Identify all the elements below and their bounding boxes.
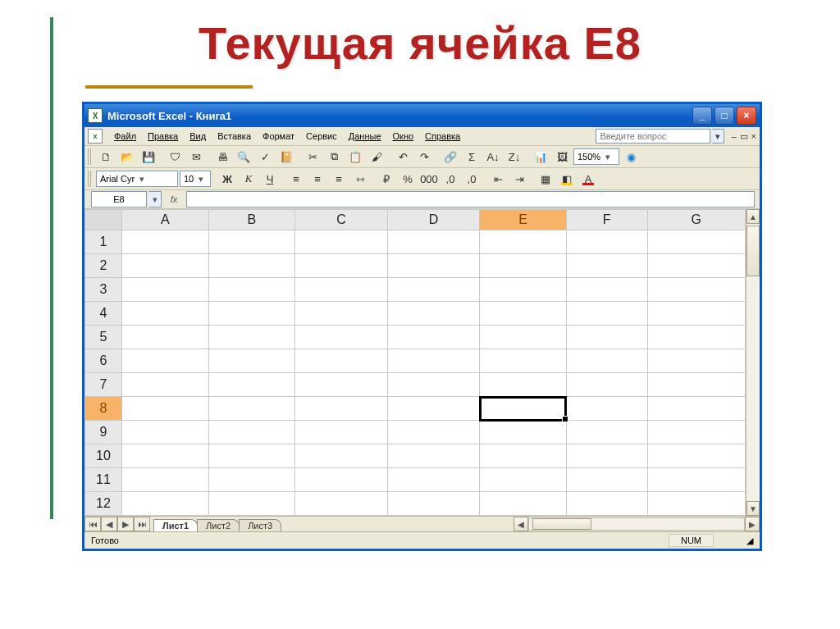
cell[interactable] [566,349,647,373]
cell[interactable] [122,326,209,349]
minimize-button[interactable]: _ [692,107,712,125]
column-header[interactable]: G [647,210,745,230]
scroll-left-icon[interactable]: ◀ [514,517,528,531]
underline-button[interactable]: Ч [260,169,280,189]
cell[interactable] [647,373,745,397]
cut-icon[interactable]: ✂ [303,147,322,166]
cell[interactable] [295,397,388,421]
autosum-icon[interactable]: Σ [462,147,482,166]
help-icon[interactable]: ◉ [621,147,641,166]
toolbar-grip[interactable] [88,148,93,165]
menu-edit[interactable]: Правка [143,130,183,143]
tab-nav-first[interactable]: ⏮ [84,517,101,531]
select-all-corner[interactable] [85,210,122,230]
sheet-tab-3[interactable]: Лист3 [239,519,281,531]
italic-button[interactable]: К [239,169,258,189]
help-search-dropdown[interactable]: ▾ [712,129,724,144]
paste-icon[interactable]: 📋 [345,147,365,166]
cell[interactable] [647,397,745,421]
menu-view[interactable]: Вид [185,130,211,143]
cell[interactable] [122,468,209,492]
decrease-decimal-icon[interactable]: ,0 [462,169,482,189]
cell[interactable] [480,254,567,278]
font-name-select[interactable]: Arial Cyr ▾ [96,171,178,187]
sort-desc-icon[interactable]: Z↓ [504,147,524,166]
cell[interactable] [480,397,567,421]
cell[interactable] [647,444,745,468]
sheet-tab-2[interactable]: Лист2 [197,519,240,531]
row-header[interactable]: 2 [85,254,122,278]
cell[interactable] [295,373,388,397]
menu-insert[interactable]: Вставка [212,130,256,143]
cell[interactable] [480,421,567,444]
cell[interactable] [122,349,209,373]
research-icon[interactable]: 📔 [276,147,296,166]
scroll-thumb[interactable] [746,226,760,276]
row-header[interactable]: 7 [85,373,122,397]
cell[interactable] [122,492,209,516]
format-painter-icon[interactable]: 🖌 [367,147,386,166]
cell[interactable] [122,421,209,444]
cell[interactable] [208,302,295,326]
drawing-icon[interactable]: 🖼 [552,147,572,166]
undo-icon[interactable]: ↶ [393,147,413,166]
scroll-track[interactable] [746,224,760,501]
sort-asc-icon[interactable]: A↓ [483,147,503,166]
hscroll-thumb[interactable] [532,518,591,530]
cell[interactable] [566,373,647,397]
cell[interactable] [295,326,388,349]
help-search-input[interactable]: Введите вопрос [596,129,710,144]
cell[interactable] [122,444,209,468]
cell[interactable] [122,397,209,421]
cell[interactable] [566,397,647,421]
menu-data[interactable]: Данные [344,130,386,143]
zoom-select[interactable]: 150% ▾ [573,148,619,165]
increase-decimal-icon[interactable]: ,0 [441,169,460,189]
cell[interactable] [480,302,567,326]
column-header[interactable]: D [387,210,480,230]
mdi-minimize[interactable]: – [731,131,736,141]
cell[interactable] [295,349,388,373]
cell[interactable] [122,302,209,326]
column-header[interactable]: E [480,210,567,230]
cell[interactable] [387,278,480,302]
cell[interactable] [647,230,745,254]
menu-file[interactable]: Файл [109,130,141,143]
cell[interactable] [480,349,567,373]
vertical-scrollbar[interactable]: ▲ ▼ [746,209,760,516]
cell[interactable] [480,373,567,397]
cell[interactable] [208,444,295,468]
cell[interactable] [647,349,745,373]
scroll-right-icon[interactable]: ▶ [745,517,760,531]
cell[interactable] [208,373,295,397]
cell[interactable] [208,397,295,421]
cell[interactable] [387,302,480,326]
cell[interactable] [387,397,480,421]
cell[interactable] [387,373,480,397]
cell[interactable] [295,492,388,516]
open-icon[interactable]: 📂 [117,147,137,166]
cell[interactable] [387,421,480,444]
menu-help[interactable]: Справка [420,130,465,143]
cell[interactable] [387,254,480,278]
cell[interactable] [647,421,745,444]
cell[interactable] [566,302,647,326]
cell[interactable] [122,278,209,302]
workbook-icon[interactable]: x [88,129,103,144]
cell[interactable] [122,230,209,254]
print-preview-icon[interactable]: 🔍 [234,147,253,166]
resize-grip-icon[interactable]: ◢ [746,536,753,546]
column-header[interactable]: C [295,210,388,230]
cell[interactable] [566,468,647,492]
cell[interactable] [122,254,209,278]
cell[interactable] [295,468,388,492]
cell[interactable] [566,230,647,254]
save-icon[interactable]: 💾 [139,147,158,166]
cell[interactable] [480,468,567,492]
cell[interactable] [480,278,567,302]
row-header[interactable]: 11 [85,468,122,492]
redo-icon[interactable]: ↷ [414,147,434,166]
name-box[interactable]: E8 [91,191,147,207]
cell[interactable] [295,444,388,468]
sheet-tab-active[interactable]: Лист1 [153,519,198,531]
